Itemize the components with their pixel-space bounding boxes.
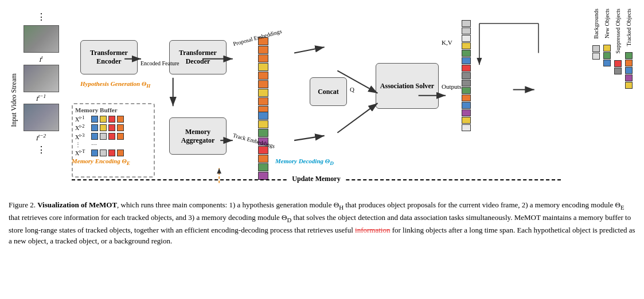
output-embeddings-bar xyxy=(462,20,471,131)
tracked-objects-stack xyxy=(625,52,633,89)
memory-buffer-rows: Xt-1 Xt-2 Xt-3 xyxy=(75,115,151,156)
svg-line-9 xyxy=(337,103,377,133)
suppressed-objects-stack xyxy=(614,60,622,74)
memory-aggregator-box: Memory Aggregator xyxy=(169,117,227,155)
memory-buffer-label: Memory Buffer xyxy=(75,107,151,113)
frame-label-2: It−1 xyxy=(36,94,46,103)
q-label: Q xyxy=(350,86,354,93)
backgrounds-col: Backgrounds xyxy=(592,9,600,175)
transformer-decoder-box: Transformer Decoder xyxy=(169,40,227,74)
caption-prefix: Figure 2. xyxy=(9,200,36,209)
new-objects-stack xyxy=(603,45,611,66)
transformer-encoder-box: Transformer Encoder xyxy=(80,40,138,74)
hypothesis-generation-label: Hypothesis Generation ΘH xyxy=(80,80,150,89)
backgrounds-stack xyxy=(592,45,600,60)
mem-row-2: Xt-2 xyxy=(75,124,151,131)
svg-line-4 xyxy=(294,47,325,53)
output-categories: Backgrounds New Objects Suppressed Objec… xyxy=(592,9,633,175)
concat-box: Concat xyxy=(310,77,347,106)
tracked-objects-label: Tracked Objects xyxy=(626,9,632,46)
mem-row-T: Xt-T xyxy=(75,149,151,156)
video-frames: ⋮ It It−1 It−2 ⋮ xyxy=(24,11,59,155)
proposal-embeddings-label: Proposal Embeddings xyxy=(232,28,282,47)
outputs-label: Outputs xyxy=(442,83,462,90)
proposal-embeddings-bar xyxy=(258,37,268,114)
svg-line-7 xyxy=(294,136,325,140)
main-flow: Transformer Encoder Transformer Decoder … xyxy=(63,6,635,195)
video-stream: Input Video Stream ⋮ It It−1 It−2 ⋮ xyxy=(9,11,63,189)
tracked-objects-col: Tracked Objects xyxy=(625,9,633,175)
new-objects-label: New Objects xyxy=(604,9,610,38)
dots-bottom: ⋮ xyxy=(37,144,46,155)
mem-row-dots: ⋮ ⋯ xyxy=(75,141,151,148)
association-solver-box: Association Solver xyxy=(376,63,439,109)
video-frame-2 xyxy=(24,65,59,92)
backgrounds-label: Backgrounds xyxy=(593,9,599,39)
suppressed-objects-col: Suppressed Objects xyxy=(614,9,622,175)
new-objects-col: New Objects xyxy=(603,9,611,175)
mem-row-1: Xt-1 xyxy=(75,115,151,123)
mem-row-3: Xt-3 xyxy=(75,133,151,140)
memory-buffer-box: Memory Buffer Xt-1 Xt-2 Xt-3 xyxy=(72,103,155,178)
track-embeddings-label: Track Embeddings xyxy=(232,132,276,149)
video-frame-1 xyxy=(24,25,59,53)
memory-encoding-label: Memory Encoding ΘE xyxy=(72,158,130,166)
frame-label-3: It−2 xyxy=(36,133,46,141)
video-frame-3 xyxy=(24,104,59,131)
dots-top: ⋮ xyxy=(37,11,46,22)
caption-bold: Visualization of MeMOT xyxy=(37,200,117,209)
update-memory-label: Update Memory xyxy=(288,175,344,183)
suppressed-objects-label: Suppressed Objects xyxy=(615,9,621,54)
figure-caption: Figure 2. Visualization of MeMOT, which … xyxy=(9,199,635,247)
frame-label-1: It xyxy=(39,54,42,63)
diagram-area: Input Video Stream ⋮ It It−1 It−2 ⋮ Tran… xyxy=(9,6,635,195)
memory-decoding-label: Memory Decoding ΘD xyxy=(275,158,334,166)
encoded-feature-label: Encoded Feature xyxy=(140,60,179,66)
kv-label: K,V xyxy=(442,39,452,46)
video-stream-label: Input Video Stream xyxy=(10,73,18,127)
update-memory-line: Update Memory xyxy=(72,179,561,189)
